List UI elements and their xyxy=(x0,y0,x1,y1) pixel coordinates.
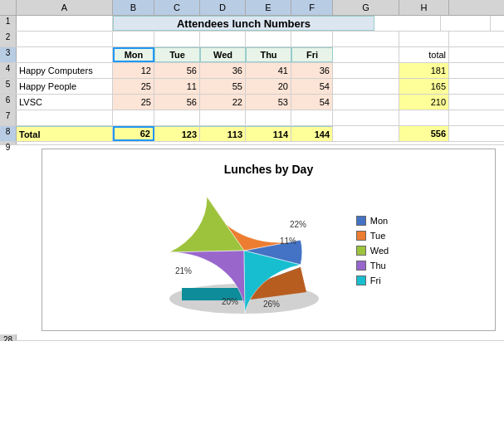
cell-b8[interactable]: 62 xyxy=(113,126,154,141)
row-2: 2 xyxy=(0,32,504,47)
cell-g3 xyxy=(333,47,399,62)
cell-g1[interactable] xyxy=(374,16,441,31)
col-header-h[interactable]: H xyxy=(399,0,449,15)
chart-title: Lunches by Day xyxy=(224,163,313,176)
rownum-6: 6 xyxy=(0,95,17,110)
cell-c2 xyxy=(154,32,200,46)
cell-c6[interactable]: 56 xyxy=(154,95,200,110)
cell-c5[interactable]: 11 xyxy=(154,79,200,94)
cell-h3-total: total xyxy=(399,47,449,62)
legend-fri-color xyxy=(356,276,366,285)
cell-g5 xyxy=(333,79,399,94)
legend-wed-color xyxy=(356,246,366,256)
row-7: 7 xyxy=(0,110,504,126)
legend-mon-label: Mon xyxy=(370,216,388,226)
legend-mon-color xyxy=(356,216,366,226)
cell-c3[interactable]: Tue xyxy=(154,47,200,62)
cell-f3[interactable]: Fri xyxy=(291,47,333,62)
col-header-c[interactable]: C xyxy=(154,0,200,15)
cell-g4 xyxy=(333,63,399,78)
rownum-4: 4 xyxy=(0,63,17,78)
row-extra: 28 xyxy=(0,334,504,341)
cell-a8: Total xyxy=(17,126,113,141)
rownum-3: 3 xyxy=(0,47,17,62)
rownum-5: 5 xyxy=(0,79,17,94)
cell-row9 xyxy=(17,142,504,144)
chart-inner: Lunches by Day xyxy=(49,163,488,317)
cell-c7 xyxy=(154,110,200,125)
cell-b4[interactable]: 12 xyxy=(113,63,154,78)
cell-extra xyxy=(17,334,504,340)
cell-a3 xyxy=(17,47,113,62)
cell-e8[interactable]: 114 xyxy=(246,126,291,141)
rownum-8: 8 xyxy=(0,126,17,141)
legend-tue: Tue xyxy=(356,231,389,241)
cell-g7 xyxy=(333,110,399,125)
cell-b2 xyxy=(113,32,154,46)
col-header-g[interactable]: G xyxy=(333,0,399,15)
cell-f8[interactable]: 144 xyxy=(291,126,333,141)
row-4: 4 Happy Computers 12 56 36 41 36 181 xyxy=(0,63,504,79)
cell-a7 xyxy=(17,110,113,125)
cell-e4[interactable]: 41 xyxy=(246,63,291,78)
cell-h1[interactable] xyxy=(441,16,491,31)
cell-c4[interactable]: 56 xyxy=(154,63,200,78)
cell-e3[interactable]: Thu xyxy=(246,47,291,62)
cell-e2 xyxy=(246,32,291,46)
cell-d8[interactable]: 113 xyxy=(200,126,246,141)
cell-b6[interactable]: 25 xyxy=(113,95,154,110)
cell-b5[interactable]: 25 xyxy=(113,79,154,94)
cell-a6: LVSC xyxy=(17,95,113,110)
rownum-7: 7 xyxy=(0,110,17,125)
row-3: 3 Mon Tue Wed Thu Fri total xyxy=(0,47,504,63)
cell-a2 xyxy=(17,32,113,46)
legend-fri: Fri xyxy=(356,276,389,285)
cell-d5[interactable]: 55 xyxy=(200,79,246,94)
cell-b3[interactable]: Mon xyxy=(113,47,154,62)
cell-f4[interactable]: 36 xyxy=(291,63,333,78)
legend-thu-label: Thu xyxy=(370,261,386,271)
col-header-f[interactable]: F xyxy=(291,0,333,15)
cell-h5: 165 xyxy=(399,79,449,94)
cell-g8 xyxy=(333,126,399,141)
chart-box: Lunches by Day xyxy=(42,149,496,331)
legend-tue-label: Tue xyxy=(370,231,386,241)
col-header-e[interactable]: E xyxy=(246,0,291,15)
chart-area: Lunches by Day xyxy=(17,145,504,334)
cell-h7 xyxy=(399,110,449,125)
col-header-b[interactable]: B xyxy=(113,0,154,15)
cell-title[interactable]: Attendees lunch Numbers xyxy=(113,16,374,31)
cell-h8: 556 xyxy=(399,126,449,141)
cell-h6: 210 xyxy=(399,95,449,110)
fri-pct-label: 26% xyxy=(263,300,280,309)
cell-d4[interactable]: 36 xyxy=(200,63,246,78)
cell-a1[interactable] xyxy=(17,16,113,31)
cell-c8[interactable]: 123 xyxy=(154,126,200,141)
spreadsheet: A B C D E F G H 1 Attendees lunch Number… xyxy=(0,0,504,341)
cell-f5[interactable]: 54 xyxy=(291,79,333,94)
col-header-d[interactable]: D xyxy=(200,0,246,15)
rownum-2: 2 xyxy=(0,32,17,46)
legend-thu: Thu xyxy=(356,261,389,271)
cell-f7 xyxy=(291,110,333,125)
column-header-row: A B C D E F G H xyxy=(0,0,504,16)
cell-d6[interactable]: 22 xyxy=(200,95,246,110)
cell-a4: Happy Computers xyxy=(17,63,113,78)
legend-wed-label: Wed xyxy=(370,246,389,256)
col-header-a[interactable]: A xyxy=(17,0,113,15)
thu-pct-label: 21% xyxy=(175,266,192,276)
cell-h4: 181 xyxy=(399,63,449,78)
cell-b7 xyxy=(113,110,154,125)
legend-wed: Wed xyxy=(356,246,389,256)
row-5: 5 Happy People 25 11 55 20 54 165 xyxy=(0,79,504,95)
cell-e6[interactable]: 53 xyxy=(246,95,291,110)
pie-chart: 11% 22% 20% 21% 26% xyxy=(149,184,340,317)
cell-g6 xyxy=(333,95,399,110)
mon-pct-label: 11% xyxy=(280,237,296,246)
cell-f6[interactable]: 54 xyxy=(291,95,333,110)
wed-slice xyxy=(169,197,244,252)
cell-d3[interactable]: Wed xyxy=(200,47,246,62)
legend-tue-color xyxy=(356,231,366,241)
cell-e5[interactable]: 20 xyxy=(246,79,291,94)
cell-d7 xyxy=(200,110,246,125)
